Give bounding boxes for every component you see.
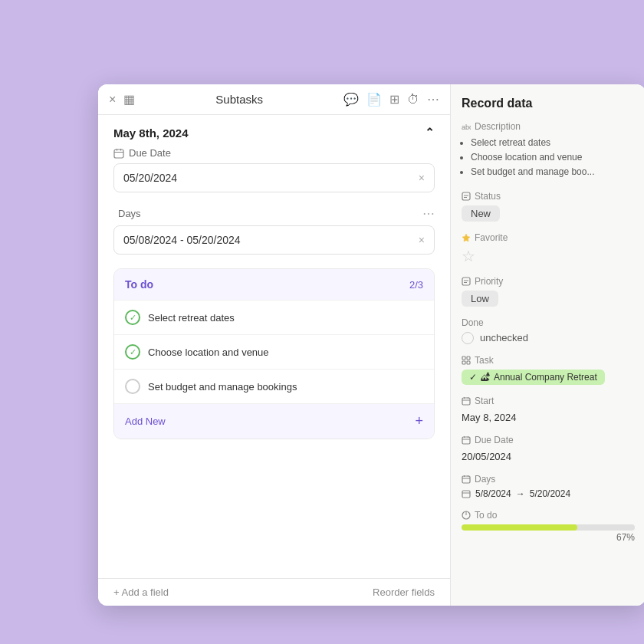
days-field: Days ⋯ 05/08/2024 - 05/20/2024 × [113,206,435,255]
done-value: unchecked [480,332,528,343]
check-empty-3[interactable] [125,379,140,394]
todo-progress-section: To do 67% [462,510,635,543]
right-panel: Record data abc Description Select retre… [451,84,644,606]
check-done-2[interactable]: ✓ [125,344,140,360]
priority-label: Priority [462,276,635,287]
description-section: abc Description Select retreat dates Cho… [462,121,635,180]
description-label: abc Description [462,121,635,132]
collapse-icon[interactable]: ⌃ [425,126,435,140]
start-section: Start May 8, 2024 [462,396,635,424]
favorite-label: Favorite [462,232,635,243]
desc-item-2: Choose location and venue [471,150,635,165]
more-icon[interactable]: ⋯ [427,92,439,107]
scroll-content: May 8th, 2024 ⌃ Due Date 05/20/2024 × [98,115,450,578]
check-done-1[interactable]: ✓ [125,310,140,325]
done-label-text: Done [462,317,484,328]
todo-count: 2/3 [409,279,423,291]
favorite-section: Favorite ☆ [462,232,635,265]
task-emoji: 🏕 [481,372,490,383]
clock-icon[interactable]: ⏱ [407,93,419,107]
desc-item-1: Select retreat dates [471,136,635,150]
svg-rect-16 [462,356,465,360]
svg-rect-28 [462,476,470,483]
task-label: Task [462,355,635,366]
todo-item-2[interactable]: ✓ Choose location and venue [114,334,434,369]
add-new-label: Add New [125,416,166,427]
desc-item-3: Set budget and manage boo... [471,165,635,179]
days-input[interactable]: 05/08/2024 - 05/20/2024 × [113,225,435,255]
status-icon [462,192,471,201]
days-label: Days [113,208,141,219]
svg-rect-13 [462,278,470,285]
due-date-input[interactable]: 05/20/2024 × [113,163,435,192]
description-label-text: Description [475,121,521,132]
days-clear[interactable]: × [419,234,425,246]
svg-rect-32 [462,491,470,498]
record-days-label: Days [462,474,635,485]
due-date-label-text: Due Date [129,147,171,159]
progress-bar-fill [462,524,577,531]
favorite-label-text: Favorite [475,232,508,243]
task-section: Task ✓ 🏕 Annual Company Retreat [462,355,635,385]
days-more-icon[interactable]: ⋯ [422,206,435,221]
days-cal-icon [462,489,471,498]
done-label: Done [462,317,635,328]
svg-rect-18 [462,361,465,364]
days-range-icon [462,475,471,484]
description-list: Select retreat dates Choose location and… [462,136,635,180]
record-title: Record data [462,97,635,110]
task-badge[interactable]: ✓ 🏕 Annual Company Retreat [462,370,605,385]
task-value: Annual Company Retreat [494,372,597,383]
days-label-text: Days [118,208,141,219]
star-filled-icon [462,233,471,242]
priority-badge[interactable]: Low [462,291,498,307]
left-panel: × ▦ Subtasks 💬 📄 ⊞ ⏱ ⋯ May 8th, 2024 ⌃ [98,84,451,606]
progress-label: 67% [462,532,635,543]
panel-icon[interactable]: ▦ [123,92,135,107]
days-from: 5/8/2024 [475,488,511,499]
task-label-text: Task [475,355,494,366]
done-row: unchecked [462,332,635,344]
grid-icon[interactable]: ⊞ [389,92,399,107]
priority-icon [462,277,471,286]
date-header-value: May 8th, 2024 [113,127,189,140]
todo-item-3[interactable]: Set budget and manage bookings [114,369,434,403]
svg-rect-9 [462,192,470,200]
favorite-star[interactable]: ☆ [462,248,475,264]
calendar-icon [113,148,124,159]
todo-item-3-text: Set budget and manage bookings [148,381,297,393]
done-checkbox[interactable] [462,332,474,344]
done-section: Done unchecked [462,317,635,344]
record-due-date-label-text: Due Date [475,435,514,445]
bottom-bar: + Add a field Reorder fields [98,578,450,606]
todo-item-1[interactable]: ✓ Select retreat dates [114,300,434,334]
chat-icon[interactable]: 💬 [343,92,359,107]
status-label: Status [462,191,635,202]
days-value: 05/08/2024 - 05/20/2024 [123,234,419,246]
svg-marker-12 [462,234,470,242]
add-new-row[interactable]: Add New + [114,403,434,439]
date-header: May 8th, 2024 ⌃ [113,115,435,147]
todo-header: To do 2/3 [114,269,434,300]
close-icon[interactable]: × [109,93,116,107]
todo-section: To do 2/3 ✓ Select retreat dates ✓ Choos… [113,268,435,439]
start-value: May 8, 2024 [462,412,517,423]
priority-section: Priority Low [462,276,635,307]
svg-rect-24 [462,437,470,444]
main-container: × ▦ Subtasks 💬 📄 ⊞ ⏱ ⋯ May 8th, 2024 ⌃ [98,84,644,606]
record-days-label-text: Days [475,474,495,485]
days-header: Days ⋯ [113,206,435,221]
toolbar-title: Subtasks [143,93,336,106]
task-icon [462,356,471,365]
status-badge[interactable]: New [462,205,500,222]
record-due-date-section: Due Date 20/05/2024 [462,435,635,463]
due-date-clear[interactable]: × [419,172,425,184]
todo-item-1-text: Select retreat dates [148,312,235,324]
doc-icon[interactable]: 📄 [366,92,382,107]
toolbar-icons-right: 💬 📄 ⊞ ⏱ ⋯ [343,92,439,107]
reorder-fields-button[interactable]: Reorder fields [373,586,435,598]
svg-rect-19 [467,361,470,364]
due-date-field: Due Date 05/20/2024 × [113,147,435,192]
add-new-icon[interactable]: + [415,413,423,429]
add-field-button[interactable]: + Add a field [113,586,169,598]
